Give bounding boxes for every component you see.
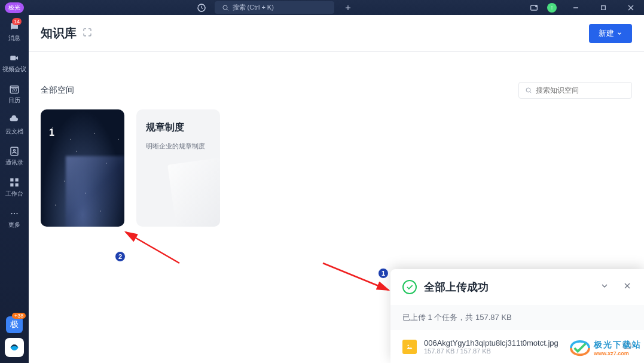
minimize-button[interactable] xyxy=(567,2,584,14)
sidebar-label: 视频会议 xyxy=(2,65,26,74)
file-name: 006AkgtYgy1h3qlptu8lcj311t0motct.jpg xyxy=(424,338,558,347)
svg-rect-5 xyxy=(10,56,16,60)
sidebar-label: 日历 xyxy=(8,96,20,105)
expand-icon[interactable] xyxy=(83,28,92,39)
svg-point-13 xyxy=(11,213,12,214)
sidebar-label: 通讯录 xyxy=(5,158,23,167)
history-icon[interactable] xyxy=(193,2,210,14)
collapse-button[interactable] xyxy=(600,281,609,293)
card-title: 规章制度 xyxy=(146,121,210,134)
svg-point-17 xyxy=(408,344,409,346)
card-number: 1 xyxy=(49,127,54,138)
sidebar-label: 消息 xyxy=(8,34,20,42)
more-icon xyxy=(8,208,20,219)
sidebar-item-workspace[interactable]: 工作台 xyxy=(5,176,23,198)
chevron-down-icon xyxy=(616,30,622,36)
global-search[interactable]: 搜索 (Ctrl + K) xyxy=(215,1,334,14)
contacts-icon xyxy=(8,145,20,157)
svg-point-15 xyxy=(16,213,17,214)
annotation-number-2: 2 xyxy=(115,251,126,262)
new-button[interactable]: 新建 xyxy=(589,24,632,43)
search-icon xyxy=(222,4,229,11)
watermark: 极光下载站 www.xz7.com xyxy=(569,339,642,357)
maximize-button[interactable] xyxy=(595,2,612,14)
cloud-doc-icon xyxy=(8,114,20,126)
update-indicator[interactable]: ↑ xyxy=(547,3,557,13)
svg-point-3 xyxy=(536,5,538,7)
svg-rect-10 xyxy=(16,178,19,181)
close-upload-button[interactable] xyxy=(622,281,632,293)
sidebar-item-video[interactable]: 视频会议 xyxy=(2,52,26,74)
card-description: 明晰企业的规章制度 xyxy=(146,141,210,152)
watermark-title: 极光下载站 xyxy=(594,340,642,350)
section-title: 全部空间 xyxy=(41,85,74,96)
messages-badge: 14 xyxy=(12,18,22,25)
sidebar-label: 更多 xyxy=(8,221,20,229)
svg-point-14 xyxy=(14,213,15,214)
space-cards: 1 规章制度 明晰企业的规章制度 xyxy=(41,109,632,227)
search-placeholder: 搜索 (Ctrl + K) xyxy=(233,3,274,12)
sidebar-item-contacts[interactable]: 通讯录 xyxy=(5,145,23,167)
upload-summary: 已上传 1 个任务，共 157.87 KB xyxy=(390,305,644,330)
space-search-input[interactable] xyxy=(536,86,625,94)
page-title: 知识库 xyxy=(41,25,77,41)
notification-icon[interactable] xyxy=(526,2,542,14)
svg-point-8 xyxy=(14,150,16,151)
add-button[interactable] xyxy=(339,2,357,14)
search-icon xyxy=(525,86,532,94)
left-sidebar: 14 消息 视频会议 20 日历 云文档 通讯录 工作台 更多 +38 极 xyxy=(0,15,29,363)
sidebar-item-docs[interactable]: 云文档 xyxy=(5,114,23,136)
space-card-rules[interactable]: 规章制度 明晰企业的规章制度 xyxy=(136,109,220,227)
title-bar: 极光 搜索 (Ctrl + K) ↑ xyxy=(0,0,644,15)
space-search[interactable] xyxy=(518,82,632,99)
watermark-url: www.xz7.com xyxy=(594,350,642,356)
svg-rect-12 xyxy=(16,184,19,187)
brand-badge: 极光 xyxy=(5,2,24,13)
space-card-1[interactable]: 1 xyxy=(41,109,124,227)
annotation-number-1: 1 xyxy=(378,268,389,279)
sidebar-item-messages[interactable]: 14 消息 xyxy=(8,21,20,42)
sidebar-item-more[interactable]: 更多 xyxy=(8,208,20,229)
section-header: 全部空间 xyxy=(41,82,632,99)
close-button[interactable] xyxy=(622,2,639,14)
grid-icon xyxy=(8,176,20,188)
upload-header: 全部上传成功 xyxy=(390,269,644,305)
file-image-icon xyxy=(402,340,417,354)
success-icon xyxy=(402,280,417,294)
sidebar-label: 云文档 xyxy=(5,127,23,136)
app-launcher[interactable] xyxy=(5,338,24,357)
upload-title: 全部上传成功 xyxy=(424,280,587,294)
video-icon xyxy=(8,52,20,64)
svg-point-16 xyxy=(526,88,530,92)
svg-rect-4 xyxy=(602,5,606,10)
user-avatar[interactable]: +38 极 xyxy=(6,316,23,333)
file-size: 157.87 KB / 157.87 KB xyxy=(424,347,558,355)
sidebar-item-calendar[interactable]: 20 日历 xyxy=(8,83,20,105)
svg-rect-11 xyxy=(10,184,13,187)
svg-point-1 xyxy=(223,5,227,10)
avatar-badge: +38 xyxy=(12,313,26,319)
calendar-icon: 20 xyxy=(8,83,20,95)
sidebar-label: 工作台 xyxy=(5,190,23,198)
page-header: 知识库 新建 xyxy=(29,15,644,52)
svg-rect-9 xyxy=(10,178,13,181)
